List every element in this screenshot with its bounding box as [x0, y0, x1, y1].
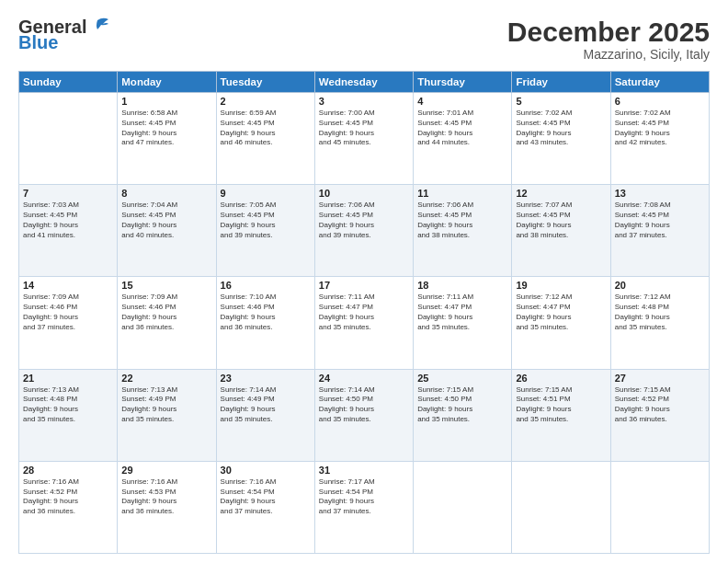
- day-info: Sunrise: 7:04 AMSunset: 4:45 PMDaylight:…: [121, 201, 211, 240]
- day-cell: 14Sunrise: 7:09 AMSunset: 4:46 PMDayligh…: [19, 277, 118, 369]
- day-cell: 20Sunrise: 7:12 AMSunset: 4:48 PMDayligh…: [610, 277, 709, 369]
- week-row-2: 7Sunrise: 7:03 AMSunset: 4:45 PMDaylight…: [19, 185, 710, 277]
- day-number: 6: [615, 96, 705, 107]
- title-area: December 2025 Mazzarino, Sicily, Italy: [507, 17, 710, 62]
- day-number: 25: [417, 373, 507, 384]
- day-cell: 26Sunrise: 7:15 AMSunset: 4:51 PMDayligh…: [512, 369, 610, 461]
- day-cell: 15Sunrise: 7:09 AMSunset: 4:46 PMDayligh…: [118, 277, 216, 369]
- day-number: 24: [319, 373, 409, 384]
- day-cell: 23Sunrise: 7:14 AMSunset: 4:49 PMDayligh…: [216, 369, 314, 461]
- day-cell: 7Sunrise: 7:03 AMSunset: 4:45 PMDaylight…: [19, 185, 118, 277]
- day-number: 29: [121, 465, 211, 476]
- day-info: Sunrise: 7:14 AMSunset: 4:50 PMDaylight:…: [319, 385, 409, 425]
- day-number: 11: [417, 188, 507, 199]
- day-info: Sunrise: 7:13 AMSunset: 4:48 PMDaylight:…: [23, 385, 113, 425]
- day-cell: 6Sunrise: 7:02 AMSunset: 4:45 PMDaylight…: [610, 93, 709, 185]
- day-cell: 2Sunrise: 6:59 AMSunset: 4:45 PMDaylight…: [216, 93, 314, 185]
- calendar-header-row: SundayMondayTuesdayWednesdayThursdayFrid…: [19, 72, 710, 93]
- day-cell: 11Sunrise: 7:06 AMSunset: 4:45 PMDayligh…: [414, 185, 512, 277]
- day-cell: 22Sunrise: 7:13 AMSunset: 4:49 PMDayligh…: [118, 369, 216, 461]
- day-cell: 1Sunrise: 6:58 AMSunset: 4:45 PMDaylight…: [118, 93, 216, 185]
- calendar-table: SundayMondayTuesdayWednesdayThursdayFrid…: [18, 71, 710, 554]
- day-number: 2: [221, 96, 311, 107]
- day-number: 1: [121, 96, 211, 107]
- col-header-sunday: Sunday: [19, 72, 118, 93]
- location: Mazzarino, Sicily, Italy: [507, 47, 710, 62]
- day-number: 18: [417, 280, 507, 291]
- week-row-3: 14Sunrise: 7:09 AMSunset: 4:46 PMDayligh…: [19, 277, 710, 369]
- day-cell: 3Sunrise: 7:00 AMSunset: 4:45 PMDaylight…: [314, 93, 413, 185]
- day-info: Sunrise: 7:02 AMSunset: 4:45 PMDaylight:…: [615, 109, 705, 148]
- day-number: 16: [221, 280, 311, 291]
- day-number: 9: [221, 188, 311, 199]
- day-cell: 13Sunrise: 7:08 AMSunset: 4:45 PMDayligh…: [610, 185, 709, 277]
- day-info: Sunrise: 7:03 AMSunset: 4:45 PMDaylight:…: [23, 201, 113, 240]
- day-info: Sunrise: 7:01 AMSunset: 4:45 PMDaylight:…: [417, 109, 507, 148]
- day-cell: 8Sunrise: 7:04 AMSunset: 4:45 PMDaylight…: [118, 185, 216, 277]
- day-info: Sunrise: 7:15 AMSunset: 4:51 PMDaylight:…: [516, 385, 606, 425]
- day-cell: 21Sunrise: 7:13 AMSunset: 4:48 PMDayligh…: [19, 369, 118, 461]
- day-number: 5: [516, 96, 606, 107]
- day-number: 17: [319, 280, 409, 291]
- day-number: 12: [516, 188, 606, 199]
- day-cell: 10Sunrise: 7:06 AMSunset: 4:45 PMDayligh…: [314, 185, 413, 277]
- day-cell: 30Sunrise: 7:16 AMSunset: 4:54 PMDayligh…: [216, 461, 314, 553]
- day-cell: 19Sunrise: 7:12 AMSunset: 4:47 PMDayligh…: [512, 277, 610, 369]
- week-row-4: 21Sunrise: 7:13 AMSunset: 4:48 PMDayligh…: [19, 369, 710, 461]
- col-header-friday: Friday: [512, 72, 610, 93]
- day-info: Sunrise: 7:09 AMSunset: 4:46 PMDaylight:…: [121, 293, 211, 332]
- day-cell: 25Sunrise: 7:15 AMSunset: 4:50 PMDayligh…: [414, 369, 512, 461]
- day-number: 7: [23, 188, 113, 199]
- col-header-saturday: Saturday: [610, 72, 709, 93]
- col-header-monday: Monday: [118, 72, 216, 93]
- header: General Blue December 2025 Mazzarino, Si…: [18, 17, 710, 62]
- day-cell: [610, 461, 709, 553]
- day-info: Sunrise: 7:08 AMSunset: 4:45 PMDaylight:…: [615, 201, 705, 240]
- day-cell: 4Sunrise: 7:01 AMSunset: 4:45 PMDaylight…: [414, 93, 512, 185]
- day-info: Sunrise: 7:15 AMSunset: 4:52 PMDaylight:…: [615, 385, 705, 425]
- day-info: Sunrise: 7:14 AMSunset: 4:49 PMDaylight:…: [221, 385, 311, 425]
- logo-blue-text: Blue: [18, 32, 58, 53]
- day-info: Sunrise: 6:58 AMSunset: 4:45 PMDaylight:…: [121, 109, 211, 148]
- day-number: 13: [615, 188, 705, 199]
- day-number: 20: [615, 280, 705, 291]
- month-title: December 2025: [507, 17, 710, 47]
- day-number: 28: [23, 465, 113, 476]
- day-info: Sunrise: 7:02 AMSunset: 4:45 PMDaylight:…: [516, 109, 606, 148]
- day-cell: 12Sunrise: 7:07 AMSunset: 4:45 PMDayligh…: [512, 185, 610, 277]
- day-info: Sunrise: 7:06 AMSunset: 4:45 PMDaylight:…: [319, 201, 409, 240]
- day-cell: 29Sunrise: 7:16 AMSunset: 4:53 PMDayligh…: [118, 461, 216, 553]
- day-cell: [414, 461, 512, 553]
- day-info: Sunrise: 7:06 AMSunset: 4:45 PMDaylight:…: [417, 201, 507, 240]
- day-number: 23: [221, 373, 311, 384]
- day-number: 30: [221, 465, 311, 476]
- day-number: 3: [319, 96, 409, 107]
- day-cell: 31Sunrise: 7:17 AMSunset: 4:54 PMDayligh…: [314, 461, 413, 553]
- day-info: Sunrise: 7:12 AMSunset: 4:48 PMDaylight:…: [615, 293, 705, 332]
- day-cell: 16Sunrise: 7:10 AMSunset: 4:46 PMDayligh…: [216, 277, 314, 369]
- day-number: 10: [319, 188, 409, 199]
- page: General Blue December 2025 Mazzarino, Si…: [0, 0, 728, 563]
- day-number: 14: [23, 280, 113, 291]
- day-info: Sunrise: 7:00 AMSunset: 4:45 PMDaylight:…: [319, 109, 409, 148]
- day-cell: 24Sunrise: 7:14 AMSunset: 4:50 PMDayligh…: [314, 369, 413, 461]
- day-number: 27: [615, 373, 705, 384]
- logo: General Blue: [18, 17, 110, 53]
- week-row-1: 1Sunrise: 6:58 AMSunset: 4:45 PMDaylight…: [19, 93, 710, 185]
- day-cell: 28Sunrise: 7:16 AMSunset: 4:52 PMDayligh…: [19, 461, 118, 553]
- day-cell: [19, 93, 118, 185]
- day-info: Sunrise: 7:10 AMSunset: 4:46 PMDaylight:…: [221, 293, 311, 332]
- day-info: Sunrise: 7:17 AMSunset: 4:54 PMDaylight:…: [319, 477, 409, 517]
- day-info: Sunrise: 7:11 AMSunset: 4:47 PMDaylight:…: [417, 293, 507, 332]
- day-cell: 18Sunrise: 7:11 AMSunset: 4:47 PMDayligh…: [414, 277, 512, 369]
- day-info: Sunrise: 7:16 AMSunset: 4:54 PMDaylight:…: [221, 477, 311, 517]
- day-number: 21: [23, 373, 113, 384]
- week-row-5: 28Sunrise: 7:16 AMSunset: 4:52 PMDayligh…: [19, 461, 710, 553]
- day-cell: 17Sunrise: 7:11 AMSunset: 4:47 PMDayligh…: [314, 277, 413, 369]
- day-info: Sunrise: 7:13 AMSunset: 4:49 PMDaylight:…: [121, 385, 211, 425]
- day-cell: 9Sunrise: 7:05 AMSunset: 4:45 PMDaylight…: [216, 185, 314, 277]
- day-number: 8: [121, 188, 211, 199]
- day-cell: [512, 461, 610, 553]
- day-number: 31: [319, 465, 409, 476]
- day-info: Sunrise: 6:59 AMSunset: 4:45 PMDaylight:…: [221, 109, 311, 148]
